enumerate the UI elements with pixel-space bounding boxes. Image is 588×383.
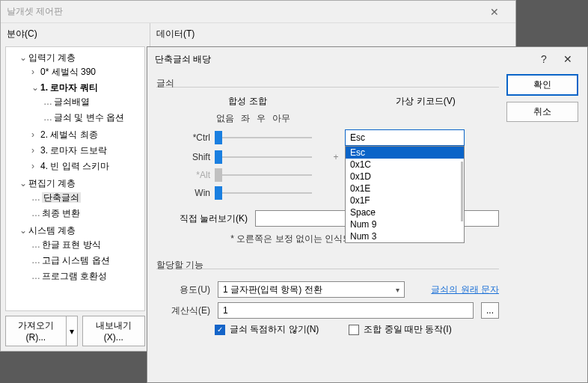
list-item[interactable]: Esc [346,147,464,159]
list-item[interactable]: Num 3 [346,230,464,242]
shift-slider[interactable] [215,150,327,164]
tree-item[interactable]: 프로그램 호환성 [42,271,107,281]
tree-item[interactable]: 한글 표현 방식 [42,239,101,250]
expr-input[interactable] [218,302,474,319]
vk-listbox[interactable]: Esc 0x1C 0x1D 0x1E 0x1F Space Num 9 Num … [345,146,465,243]
shift-label: Shift [165,152,210,162]
main-title: 날개셋 제어판 [7,5,63,18]
combo-label: 합성 조합 [165,95,330,108]
expr-label: 계산식(E) [165,304,210,317]
tree-item[interactable]: 2. 세벌식 최종 [40,129,98,140]
alt-label: *Alt [165,170,210,180]
tree-item[interactable]: 최종 변환 [42,208,80,218]
list-item[interactable]: Num 9 [346,218,464,230]
list-item[interactable]: 0x1F [346,194,464,206]
checkbox-icon [349,325,359,335]
list-item[interactable]: 0x1D [346,171,464,183]
tree-item[interactable]: 글쇠 및 변수 옵션 [54,112,124,123]
purpose-select[interactable]: 1 글자판(입력 항목) 전환 ▾ [218,281,405,298]
modifier-headers: 없음 좌 우 아무 [165,112,330,125]
list-item[interactable]: Space [346,206,464,218]
category-label: 분야(C) [1,23,150,45]
dialog-titlebar: 단축글쇠 배당 ? ✕ [147,47,587,71]
close-icon[interactable]: ✕ [556,53,580,65]
only-composing-checkbox[interactable]: 조합 중일 때만 동작(I) [349,323,451,336]
data-label: 데이터(T) [150,23,515,45]
ctrl-label: *Ctrl [165,132,210,143]
list-item[interactable]: 0x1E [346,183,464,194]
dialog-title: 단축글쇠 배당 [155,53,211,66]
tree-item[interactable]: 입력기 계층 [28,52,76,63]
chevron-down-icon: ▾ [396,286,399,294]
help-icon[interactable]: ? [532,53,556,65]
no-monopoly-checkbox[interactable]: ✓ 글쇠 독점하지 않기(N) [215,323,319,336]
tree-item[interactable]: 3. 로마자 드보락 [40,145,107,156]
press-label: 직접 눌러보기(K) [165,212,248,225]
win-label: Win [165,188,210,198]
tree-item[interactable]: 4. 빈 입력 스키마 [40,161,109,171]
win-slider[interactable] [215,186,327,200]
import-dropdown-button[interactable]: ▾ [67,316,78,346]
purpose-value: 1 글자판(입력 항목) 전환 [223,284,322,296]
import-button[interactable]: 가져오기(R)... [5,316,67,346]
tree-item[interactable]: 시스템 계층 [28,225,76,236]
close-icon[interactable]: ✕ [480,6,509,18]
hotkey-dialog: 단축글쇠 배당 ? ✕ 글쇠 합성 조합 없음 좌 우 아무 [147,46,588,383]
cancel-button[interactable]: 취소 [506,102,578,122]
expr-more-button[interactable]: ... [481,302,499,319]
scrollbar[interactable] [461,162,463,221]
checkbox-checked-icon: ✓ [215,325,225,335]
ok-button[interactable]: 확인 [506,74,578,96]
category-pane: 분야(C) ⌄입력기 계층 ›0* 세벌식 390 ⌄1. 로마자 쿼티 …글쇠… [1,23,150,351]
vk-value: Esc [350,132,365,143]
ctrl-slider[interactable] [215,131,327,144]
category-tree[interactable]: ⌄입력기 계층 ›0* 세벌식 390 ⌄1. 로마자 쿼티 …글쇠배열 …글쇠… [7,50,143,286]
original-char-link[interactable]: 글쇠의 원래 문자 [431,284,499,296]
alt-slider [215,168,327,182]
tree-item[interactable]: 1. 로마자 쿼티 [40,82,98,93]
main-titlebar: 날개셋 제어판 ✕ [1,1,515,23]
tree-item-selected[interactable]: 단축글쇠 [42,192,81,203]
purpose-label: 용도(U) [165,284,210,296]
vk-combobox[interactable]: Esc [345,129,465,146]
import-split-button[interactable]: 가져오기(R)... ▾ [5,316,78,346]
list-item[interactable]: 0x1C [346,159,464,171]
tree-item[interactable]: 편집기 계층 [28,178,76,189]
tree-item[interactable]: 고급 시스템 옵션 [42,255,110,266]
export-button[interactable]: 내보내기(X)... [82,316,145,346]
vk-label: 가상 키코드(V) [352,95,499,108]
tree-item[interactable]: 글쇠배열 [54,96,90,107]
plus-icon: + [331,152,340,162]
tree-item[interactable]: 0* 세벌식 390 [40,67,96,77]
